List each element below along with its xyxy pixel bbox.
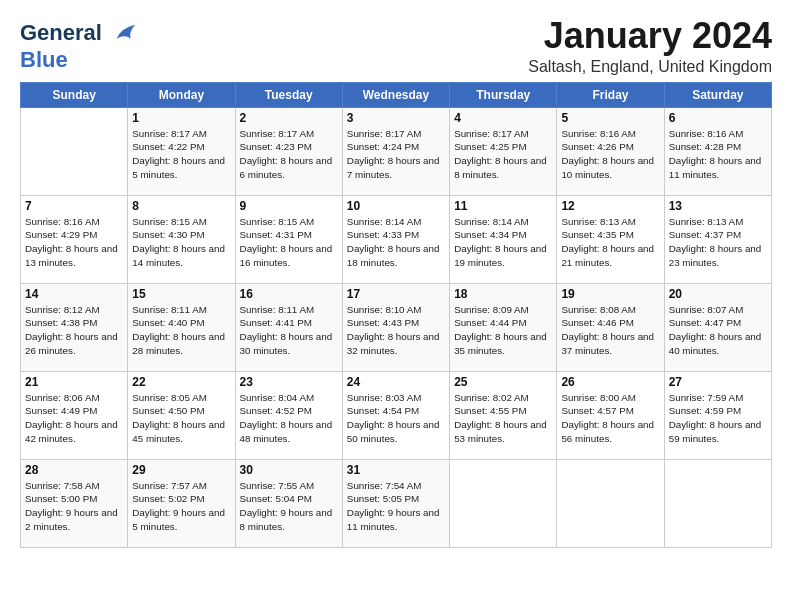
day-number: 28 — [25, 463, 123, 477]
day-detail: Sunrise: 7:54 AMSunset: 5:05 PMDaylight:… — [347, 479, 445, 534]
calendar-cell: 1Sunrise: 8:17 AMSunset: 4:22 PMDaylight… — [128, 107, 235, 195]
calendar-cell: 16Sunrise: 8:11 AMSunset: 4:41 PMDayligh… — [235, 283, 342, 371]
header: General Blue January 2024 Saltash, Engla… — [20, 16, 772, 76]
day-number: 31 — [347, 463, 445, 477]
calendar-cell: 12Sunrise: 8:13 AMSunset: 4:35 PMDayligh… — [557, 195, 664, 283]
day-detail: Sunrise: 7:59 AMSunset: 4:59 PMDaylight:… — [669, 391, 767, 446]
calendar-week-row: 21Sunrise: 8:06 AMSunset: 4:49 PMDayligh… — [21, 371, 772, 459]
calendar-cell: 15Sunrise: 8:11 AMSunset: 4:40 PMDayligh… — [128, 283, 235, 371]
day-detail: Sunrise: 8:04 AMSunset: 4:52 PMDaylight:… — [240, 391, 338, 446]
calendar-cell: 10Sunrise: 8:14 AMSunset: 4:33 PMDayligh… — [342, 195, 449, 283]
day-number: 26 — [561, 375, 659, 389]
day-detail: Sunrise: 8:08 AMSunset: 4:46 PMDaylight:… — [561, 303, 659, 358]
day-number: 2 — [240, 111, 338, 125]
calendar-week-row: 14Sunrise: 8:12 AMSunset: 4:38 PMDayligh… — [21, 283, 772, 371]
logo-bird-icon — [112, 20, 140, 48]
day-number: 11 — [454, 199, 552, 213]
calendar-cell: 29Sunrise: 7:57 AMSunset: 5:02 PMDayligh… — [128, 459, 235, 547]
day-number: 5 — [561, 111, 659, 125]
calendar-cell: 24Sunrise: 8:03 AMSunset: 4:54 PMDayligh… — [342, 371, 449, 459]
day-number: 18 — [454, 287, 552, 301]
day-detail: Sunrise: 8:09 AMSunset: 4:44 PMDaylight:… — [454, 303, 552, 358]
weekday-header-saturday: Saturday — [664, 82, 771, 107]
calendar-table: SundayMondayTuesdayWednesdayThursdayFrid… — [20, 82, 772, 548]
day-number: 15 — [132, 287, 230, 301]
weekday-header-tuesday: Tuesday — [235, 82, 342, 107]
calendar-cell: 28Sunrise: 7:58 AMSunset: 5:00 PMDayligh… — [21, 459, 128, 547]
logo-line1: General — [20, 20, 140, 48]
day-detail: Sunrise: 8:15 AMSunset: 4:31 PMDaylight:… — [240, 215, 338, 270]
calendar-cell: 17Sunrise: 8:10 AMSunset: 4:43 PMDayligh… — [342, 283, 449, 371]
day-number: 27 — [669, 375, 767, 389]
calendar-cell: 23Sunrise: 8:04 AMSunset: 4:52 PMDayligh… — [235, 371, 342, 459]
day-number: 12 — [561, 199, 659, 213]
calendar-cell — [450, 459, 557, 547]
day-detail: Sunrise: 7:58 AMSunset: 5:00 PMDaylight:… — [25, 479, 123, 534]
day-detail: Sunrise: 8:17 AMSunset: 4:24 PMDaylight:… — [347, 127, 445, 182]
title-block: January 2024 Saltash, England, United Ki… — [528, 16, 772, 76]
day-detail: Sunrise: 8:12 AMSunset: 4:38 PMDaylight:… — [25, 303, 123, 358]
day-detail: Sunrise: 8:11 AMSunset: 4:40 PMDaylight:… — [132, 303, 230, 358]
day-detail: Sunrise: 8:06 AMSunset: 4:49 PMDaylight:… — [25, 391, 123, 446]
calendar-cell: 3Sunrise: 8:17 AMSunset: 4:24 PMDaylight… — [342, 107, 449, 195]
calendar-cell: 31Sunrise: 7:54 AMSunset: 5:05 PMDayligh… — [342, 459, 449, 547]
weekday-header-monday: Monday — [128, 82, 235, 107]
day-detail: Sunrise: 8:16 AMSunset: 4:26 PMDaylight:… — [561, 127, 659, 182]
day-detail: Sunrise: 8:14 AMSunset: 4:33 PMDaylight:… — [347, 215, 445, 270]
calendar-cell: 21Sunrise: 8:06 AMSunset: 4:49 PMDayligh… — [21, 371, 128, 459]
day-detail: Sunrise: 8:17 AMSunset: 4:23 PMDaylight:… — [240, 127, 338, 182]
weekday-header-wednesday: Wednesday — [342, 82, 449, 107]
day-detail: Sunrise: 8:00 AMSunset: 4:57 PMDaylight:… — [561, 391, 659, 446]
calendar-week-row: 7Sunrise: 8:16 AMSunset: 4:29 PMDaylight… — [21, 195, 772, 283]
calendar-cell: 19Sunrise: 8:08 AMSunset: 4:46 PMDayligh… — [557, 283, 664, 371]
day-detail: Sunrise: 8:17 AMSunset: 4:25 PMDaylight:… — [454, 127, 552, 182]
day-number: 10 — [347, 199, 445, 213]
day-detail: Sunrise: 8:07 AMSunset: 4:47 PMDaylight:… — [669, 303, 767, 358]
month-title: January 2024 — [528, 16, 772, 56]
calendar-cell — [557, 459, 664, 547]
calendar-cell: 7Sunrise: 8:16 AMSunset: 4:29 PMDaylight… — [21, 195, 128, 283]
day-number: 4 — [454, 111, 552, 125]
day-number: 25 — [454, 375, 552, 389]
day-detail: Sunrise: 8:17 AMSunset: 4:22 PMDaylight:… — [132, 127, 230, 182]
day-detail: Sunrise: 8:13 AMSunset: 4:37 PMDaylight:… — [669, 215, 767, 270]
day-number: 8 — [132, 199, 230, 213]
calendar-cell: 18Sunrise: 8:09 AMSunset: 4:44 PMDayligh… — [450, 283, 557, 371]
calendar-cell: 5Sunrise: 8:16 AMSunset: 4:26 PMDaylight… — [557, 107, 664, 195]
calendar-body: 1Sunrise: 8:17 AMSunset: 4:22 PMDaylight… — [21, 107, 772, 547]
day-number: 30 — [240, 463, 338, 477]
calendar-cell: 14Sunrise: 8:12 AMSunset: 4:38 PMDayligh… — [21, 283, 128, 371]
calendar-cell: 2Sunrise: 8:17 AMSunset: 4:23 PMDaylight… — [235, 107, 342, 195]
day-detail: Sunrise: 7:57 AMSunset: 5:02 PMDaylight:… — [132, 479, 230, 534]
day-number: 3 — [347, 111, 445, 125]
day-detail: Sunrise: 8:15 AMSunset: 4:30 PMDaylight:… — [132, 215, 230, 270]
day-number: 20 — [669, 287, 767, 301]
calendar-cell: 11Sunrise: 8:14 AMSunset: 4:34 PMDayligh… — [450, 195, 557, 283]
calendar-cell — [21, 107, 128, 195]
day-detail: Sunrise: 8:02 AMSunset: 4:55 PMDaylight:… — [454, 391, 552, 446]
day-detail: Sunrise: 8:16 AMSunset: 4:28 PMDaylight:… — [669, 127, 767, 182]
day-detail: Sunrise: 7:55 AMSunset: 5:04 PMDaylight:… — [240, 479, 338, 534]
logo: General Blue — [20, 20, 140, 72]
day-detail: Sunrise: 8:10 AMSunset: 4:43 PMDaylight:… — [347, 303, 445, 358]
calendar-cell: 25Sunrise: 8:02 AMSunset: 4:55 PMDayligh… — [450, 371, 557, 459]
day-number: 24 — [347, 375, 445, 389]
calendar-cell: 26Sunrise: 8:00 AMSunset: 4:57 PMDayligh… — [557, 371, 664, 459]
day-detail: Sunrise: 8:03 AMSunset: 4:54 PMDaylight:… — [347, 391, 445, 446]
location-subtitle: Saltash, England, United Kingdom — [528, 58, 772, 76]
day-number: 19 — [561, 287, 659, 301]
day-number: 7 — [25, 199, 123, 213]
weekday-header-thursday: Thursday — [450, 82, 557, 107]
day-number: 22 — [132, 375, 230, 389]
weekday-header-sunday: Sunday — [21, 82, 128, 107]
calendar-cell: 9Sunrise: 8:15 AMSunset: 4:31 PMDaylight… — [235, 195, 342, 283]
day-number: 23 — [240, 375, 338, 389]
day-detail: Sunrise: 8:16 AMSunset: 4:29 PMDaylight:… — [25, 215, 123, 270]
day-detail: Sunrise: 8:05 AMSunset: 4:50 PMDaylight:… — [132, 391, 230, 446]
calendar-week-row: 1Sunrise: 8:17 AMSunset: 4:22 PMDaylight… — [21, 107, 772, 195]
day-number: 1 — [132, 111, 230, 125]
day-number: 13 — [669, 199, 767, 213]
calendar-cell: 22Sunrise: 8:05 AMSunset: 4:50 PMDayligh… — [128, 371, 235, 459]
calendar-header-row: SundayMondayTuesdayWednesdayThursdayFrid… — [21, 82, 772, 107]
day-number: 16 — [240, 287, 338, 301]
